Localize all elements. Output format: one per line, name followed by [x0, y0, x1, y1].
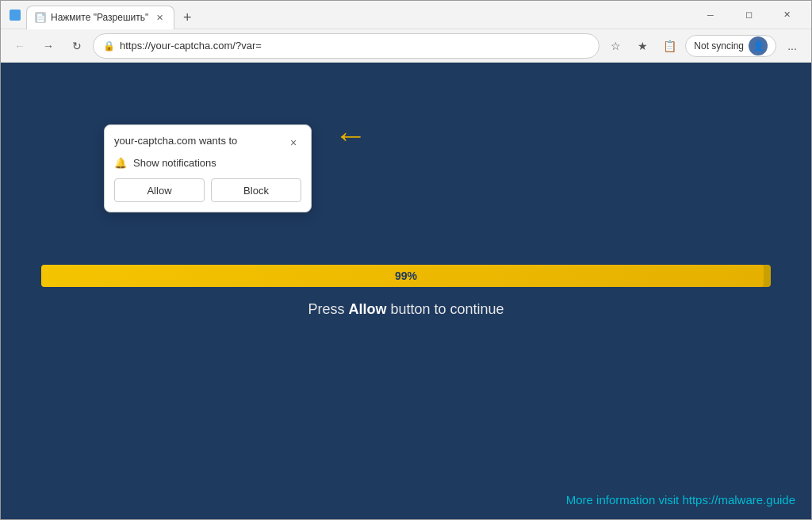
allow-button[interactable]: Allow — [114, 178, 205, 202]
nav-actions: ☆ ★ 📋 — [603, 33, 682, 59]
progress-bar-container: 99% — [41, 265, 771, 287]
page-content: ← 99% Press Allow button to continue Mor… — [1, 63, 811, 519]
window-controls: ─ ◻ ✕ — [692, 2, 805, 28]
permission-text: Show notifications — [133, 157, 216, 169]
address-bar[interactable]: 🔒 https://your-captcha.com/?var= — [93, 33, 599, 59]
sync-button[interactable]: Not syncing 👤 — [685, 35, 776, 57]
progress-label: 99% — [395, 270, 417, 282]
address-text: https://your-captcha.com/?var= — [120, 40, 589, 52]
tab-title: Нажмите "Разрешить" — [51, 12, 148, 23]
tab-strip: 📄 Нажмите "Разрешить" ✕ + — [26, 1, 683, 29]
tab-favicon: 📄 — [35, 12, 46, 23]
svg-rect-0 — [10, 10, 21, 21]
back-button[interactable]: ← — [7, 33, 33, 59]
active-tab[interactable]: 📄 Нажмите "Разрешить" ✕ — [26, 6, 174, 29]
block-button[interactable]: Block — [211, 178, 301, 202]
progress-text-bold: Allow — [348, 301, 386, 317]
close-button[interactable]: ✕ — [768, 2, 805, 28]
popup-close-button[interactable]: × — [285, 135, 301, 151]
favorites-icon[interactable]: ☆ — [603, 33, 628, 59]
menu-button[interactable]: ... — [779, 33, 805, 59]
progress-text: Press Allow button to continue — [41, 301, 771, 318]
minimize-button[interactable]: ─ — [692, 2, 729, 28]
progress-text-suffix: button to continue — [386, 301, 504, 317]
refresh-button[interactable]: ↻ — [64, 33, 90, 59]
title-bar: 📄 Нажмите "Разрешить" ✕ + ─ ◻ ✕ — [1, 1, 811, 29]
sync-label: Not syncing — [694, 40, 744, 52]
bottom-info: More information visit https://malware.g… — [566, 493, 795, 507]
collections-icon[interactable]: 📋 — [657, 33, 682, 59]
bell-icon: 🔔 — [114, 157, 127, 169]
arrow-indicator: ← — [334, 117, 367, 155]
popup-permission: 🔔 Show notifications — [114, 157, 301, 169]
popup-header: your-captcha.com wants to × — [114, 135, 301, 151]
browser-icon — [7, 7, 23, 23]
profile-avatar: 👤 — [749, 36, 768, 55]
popup-buttons: Allow Block — [114, 178, 301, 202]
new-tab-button[interactable]: + — [176, 7, 198, 29]
lock-icon: 🔒 — [103, 40, 115, 52]
popup-title: your-captcha.com wants to — [114, 135, 237, 147]
notification-popup: your-captcha.com wants to × 🔔 Show notif… — [104, 124, 312, 212]
tab-close-button[interactable]: ✕ — [153, 11, 166, 24]
restore-button[interactable]: ◻ — [730, 2, 767, 28]
progress-text-prefix: Press — [308, 301, 348, 317]
nav-bar: ← → ↻ 🔒 https://your-captcha.com/?var= ☆… — [1, 29, 811, 63]
browser-window: 📄 Нажмите "Разрешить" ✕ + ─ ◻ ✕ ← → ↻ 🔒 … — [0, 0, 812, 520]
forward-button[interactable]: → — [36, 33, 61, 59]
progress-section: 99% Press Allow button to continue — [41, 265, 771, 318]
reading-list-icon[interactable]: ★ — [630, 33, 655, 59]
